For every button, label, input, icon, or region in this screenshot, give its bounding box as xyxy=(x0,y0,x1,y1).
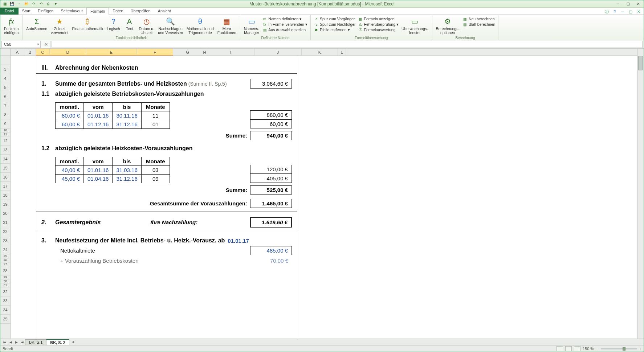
row-header[interactable]: 17 xyxy=(0,182,10,191)
row-header[interactable]: 22 xyxy=(0,227,10,236)
insert-function-button[interactable]: fx Funktion einfügen xyxy=(3,16,20,36)
scrollbar-thumb[interactable] xyxy=(638,56,643,70)
sheet-area[interactable]: III. Abrechnung der Nebenkosten 1. Summe… xyxy=(11,56,637,339)
column-header[interactable]: J xyxy=(254,49,302,56)
sheet-tab-2[interactable]: BK, S. 2 xyxy=(46,339,69,345)
vertical-scrollbar[interactable] xyxy=(637,49,644,339)
lookup-button[interactable]: 🔍Nachschlagen und Verweisen xyxy=(156,16,184,36)
row-header[interactable]: 13 xyxy=(0,146,10,155)
row-header[interactable]: 30 xyxy=(0,279,10,283)
sheet-nav-last[interactable]: ⏭ xyxy=(19,340,25,344)
tab-pagelayout[interactable]: Seitenlayout xyxy=(57,7,86,15)
more-functions-button[interactable]: ▦Mehr Funktionen xyxy=(216,16,238,36)
autosum-button[interactable]: ΣAutoSumme xyxy=(25,16,49,36)
zoom-in-button[interactable]: + xyxy=(639,347,641,351)
tab-start[interactable]: Start xyxy=(19,7,34,15)
new-sheet-icon[interactable]: ✚ xyxy=(70,340,76,344)
row-header[interactable]: 14 xyxy=(0,155,10,164)
calc-now-button[interactable]: ▦Neu berechnen xyxy=(462,16,496,21)
row-header[interactable]: 35 xyxy=(0,315,10,324)
zoom-slider-thumb[interactable] xyxy=(623,347,625,351)
row-header[interactable]: 23 xyxy=(0,236,10,245)
column-header[interactable]: G xyxy=(173,49,202,56)
window-restore-icon[interactable]: ▢ xyxy=(628,9,633,15)
row-header[interactable] xyxy=(0,56,10,65)
new-icon[interactable]: ▫ xyxy=(16,1,22,7)
row-header[interactable]: 21 xyxy=(0,218,10,227)
row-header[interactable]: 18 xyxy=(0,191,10,200)
open-icon[interactable]: 📂 xyxy=(24,1,29,7)
view-normal-button[interactable] xyxy=(557,346,563,351)
tab-formulas[interactable]: Formeln xyxy=(86,8,109,15)
fx-label[interactable]: fx xyxy=(42,41,50,48)
row-header[interactable]: 27 xyxy=(0,262,10,266)
maximize-button[interactable]: ▢ xyxy=(623,1,633,7)
row-header[interactable]: 20 xyxy=(0,209,10,218)
zoom-slider[interactable] xyxy=(601,348,637,349)
column-header[interactable]: A xyxy=(11,49,24,56)
redo-icon[interactable]: ↷ xyxy=(31,1,37,7)
qat-dropdown-icon[interactable]: ▾ xyxy=(53,1,58,7)
row-header[interactable]: 29 xyxy=(0,275,10,279)
print-icon[interactable]: ⎙ xyxy=(45,1,51,7)
remove-arrows-button[interactable]: ✖Pfeile entfernen ▾ xyxy=(313,27,356,32)
row-header[interactable]: 11 xyxy=(0,132,10,136)
voraus-amount[interactable]: 70,00 € xyxy=(250,257,292,265)
row-header[interactable]: 3 xyxy=(0,65,10,74)
evaluate-formula-button[interactable]: ⓕFormelauswertung xyxy=(357,27,399,32)
row-header[interactable]: 24 xyxy=(0,245,10,254)
create-from-selection-button[interactable]: ▤Aus Auswahl erstellen xyxy=(261,27,308,32)
window-close-icon[interactable]: ✕ xyxy=(636,9,641,15)
formula-input[interactable] xyxy=(52,41,643,48)
row-header[interactable]: 6 xyxy=(0,92,10,101)
file-tab[interactable]: Datei xyxy=(0,7,19,15)
help-icon[interactable]: ? xyxy=(612,9,617,15)
row-header[interactable]: 10 xyxy=(0,128,10,132)
show-formulas-button[interactable]: ▦Formeln anzeigen xyxy=(357,16,399,21)
row-header[interactable]: 32 xyxy=(0,287,10,296)
column-header[interactable]: C xyxy=(36,49,50,56)
tab-review[interactable]: Überprüfen xyxy=(127,7,154,15)
minimize-ribbon-icon[interactable]: ⓘ xyxy=(604,9,610,15)
netto-amount[interactable]: 485,00 € xyxy=(250,246,292,255)
use-in-formula-button[interactable]: fxIn Formel verwenden ▾ xyxy=(261,22,308,27)
zoom-out-button[interactable]: − xyxy=(596,347,598,351)
define-name-button[interactable]: 🏷Namen definieren ▾ xyxy=(261,16,308,21)
namebox-dropdown-icon[interactable]: ▼ xyxy=(37,43,40,46)
row-header[interactable]: 31 xyxy=(0,283,10,287)
financial-button[interactable]: ₿Finanzmathematik xyxy=(71,16,105,36)
row-header[interactable]: 33 xyxy=(0,296,10,306)
sheet-nav-next[interactable]: ▶ xyxy=(13,340,19,344)
save-icon[interactable]: 💾 xyxy=(9,1,15,7)
datetime-button[interactable]: ◷Datum u. Uhrzeit xyxy=(138,16,156,36)
tab-insert[interactable]: Einfügen xyxy=(34,7,57,15)
column-header[interactable]: E xyxy=(86,49,137,56)
watch-window-button[interactable]: ▭Überwachungs- fenster xyxy=(400,16,430,36)
row-header[interactable]: 5 xyxy=(0,83,10,92)
row-header[interactable]: 9 xyxy=(0,119,10,128)
name-box[interactable]: C50▼ xyxy=(1,41,41,48)
column-header[interactable]: K xyxy=(302,49,338,56)
calc-options-button[interactable]: ⚙Berechnungs- optionen xyxy=(435,16,461,36)
view-pagebreak-button[interactable] xyxy=(574,346,580,351)
row-header[interactable]: 12 xyxy=(0,136,10,146)
undo-icon[interactable]: ↶ xyxy=(38,1,44,7)
sheet-nav-first[interactable]: ⏮ xyxy=(2,340,8,344)
sheet-nav-prev[interactable]: ◀ xyxy=(8,340,13,344)
recent-button[interactable]: ★Zuletzt verwendet xyxy=(49,16,70,36)
column-header[interactable]: H xyxy=(202,49,207,56)
trace-dependents-button[interactable]: ↘Spur zum Nachfolger xyxy=(313,22,356,27)
minimize-button[interactable]: ─ xyxy=(613,1,623,7)
view-pagelayout-button[interactable] xyxy=(565,346,572,351)
row-header[interactable]: 34 xyxy=(0,306,10,315)
calc-sheet-button[interactable]: ▤Blatt berechnen xyxy=(462,22,496,27)
row-header[interactable]: 7 xyxy=(0,101,10,110)
window-min-icon[interactable]: ─ xyxy=(620,9,625,15)
row-header[interactable]: 4 xyxy=(0,74,10,83)
column-header[interactable]: I xyxy=(207,49,254,56)
row-header[interactable]: 15 xyxy=(0,164,10,173)
row-header[interactable]: 8 xyxy=(0,110,10,119)
column-header[interactable]: F xyxy=(137,49,173,56)
text-button[interactable]: AText xyxy=(122,16,137,36)
logical-button[interactable]: ?Logisch xyxy=(105,16,121,36)
